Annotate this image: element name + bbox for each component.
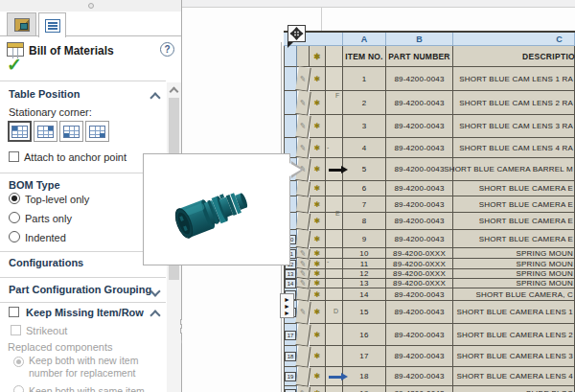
radio-top-level-only[interactable] xyxy=(9,193,20,204)
cell-description[interactable]: SHORT BLUE CAM LENS 1 RA xyxy=(453,67,575,91)
corner-button-bottom-left[interactable] xyxy=(59,121,83,142)
cell-description[interactable]: SHORT BLUE CAMERA E xyxy=(453,230,575,248)
table-row[interactable]: ✱789-4200-0043SHORT BLUE CAMERA E xyxy=(284,196,575,213)
cell-part-number[interactable]: 89-4200-0043 xyxy=(386,67,453,91)
corner-button-top-right[interactable] xyxy=(34,121,58,142)
table-row[interactable]: ✱1689-4200-0043SHORT BLUE CAMERA LENS 2 xyxy=(284,324,575,346)
cell-item-no[interactable]: 5 xyxy=(343,158,386,181)
attach-anchor-checkbox[interactable] xyxy=(9,151,19,162)
cell-part-number[interactable]: 89-4200-0043 xyxy=(386,91,453,115)
panel-collapse-dot[interactable] xyxy=(88,3,94,9)
cell-item-no[interactable]: 12 xyxy=(343,269,386,279)
column-letter-b[interactable]: B xyxy=(386,33,453,46)
table-row[interactable]: ✎✱189-4200-0043SHORT BLUE CAM LENS 1 RA xyxy=(284,67,575,91)
cell-item-no[interactable]: 3 xyxy=(343,115,386,138)
cell-part-number[interactable]: 89-4200-0043 xyxy=(386,367,453,386)
cell-description[interactable]: SHORT BLUE CAMERA, C xyxy=(453,288,575,301)
cell-part-number[interactable]: 89-4200-0XXX xyxy=(386,259,453,269)
cell-description[interactable]: SHORT BLUE CAMERA E xyxy=(453,196,575,213)
cell-item-no[interactable]: 10 xyxy=(343,248,386,259)
keep-missing-checkbox[interactable] xyxy=(9,307,19,317)
cell-item-no[interactable]: 14 xyxy=(343,288,386,301)
cell-description[interactable]: SPRING MOUN xyxy=(453,248,575,259)
cell-description[interactable]: SHORT BLUE CAMERA LENS 1 xyxy=(453,301,575,324)
bom-header-row[interactable]: ✱ITEM NO.PART NUMBERDESCRIPTION xyxy=(284,46,575,67)
cell-part-number[interactable]: 89-4200-0043 xyxy=(386,115,453,138)
cell-part-number[interactable]: 89-4200-0043 xyxy=(386,213,453,230)
header-item-no[interactable]: ITEM NO. xyxy=(343,46,386,67)
table-row[interactable]: ✱1489-4200-0043SHORT BLUE CAMERA, C xyxy=(284,288,575,301)
cell-part-number[interactable]: 89-4200-0XXX xyxy=(386,279,453,288)
cell-item-no[interactable]: 1 xyxy=(343,67,386,91)
cell-item-no[interactable]: 19 xyxy=(343,386,386,392)
cell-description[interactable]: SHORT BLUE CAMERA LENS 4 xyxy=(453,367,575,386)
cell-part-number[interactable]: 89-4200-0043 xyxy=(386,196,453,213)
table-row[interactable]: ✱689-4200-0043SHORT BLUE CAMERA E xyxy=(284,181,575,196)
corner-button-top-left[interactable] xyxy=(8,121,32,142)
table-row[interactable]: ✎✱1589-4200-0043SHORT BLUE CAMERA LENS 1 xyxy=(284,301,575,324)
corner-button-bottom-right[interactable] xyxy=(85,121,109,142)
cell-item-no[interactable]: 15 xyxy=(343,301,386,324)
table-row[interactable]: ✎✱389-4200-0043SHORT BLUE CAM LENS 3 RA xyxy=(284,115,575,138)
table-row[interactable]: ✱1789-4200-0043SHORT BLUE CAMERA LENS 3 xyxy=(284,346,575,367)
cell-description[interactable]: SHORT BLUE CAM LENS 4 RA xyxy=(453,138,575,158)
cell-part-number[interactable]: 89-4200-0XXX xyxy=(386,248,453,259)
bom-table[interactable]: ABC✱ITEM NO.PART NUMBERDESCRIPTION✎✱189-… xyxy=(284,31,575,392)
table-row[interactable]: ✱989-4200-0043SHORT BLUE CAMERA E xyxy=(284,230,575,248)
cell-description[interactable]: SHORT BLUE CAMERA E xyxy=(453,213,575,230)
collapse-chevron-keep-missing[interactable] xyxy=(151,310,159,317)
header-part-number[interactable]: PART NUMBER xyxy=(386,46,453,67)
cell-description[interactable]: SHORT BLUE CAMERA LENS 3 xyxy=(453,346,575,367)
table-row[interactable]: ✎✱589-4200-0043SHORT BLUE CAMERA BARREL … xyxy=(284,158,575,181)
cell-part-number[interactable]: 89-4200-0043 xyxy=(386,230,453,248)
table-move-handle[interactable] xyxy=(288,25,306,42)
cell-description[interactable]: SPRING MOUN xyxy=(453,259,575,269)
cell-part-number[interactable]: 89-4200-0043 xyxy=(386,301,453,324)
header-description[interactable]: DESCRIPTION xyxy=(453,46,575,67)
cell-item-no[interactable]: 7 xyxy=(343,196,386,213)
cell-item-no[interactable]: 4 xyxy=(343,138,386,158)
row-pointer-arrow[interactable] xyxy=(329,376,342,379)
cell-part-number[interactable]: 89-4200-0043 xyxy=(386,138,453,158)
cell-item-no[interactable]: 2 xyxy=(343,91,386,115)
cell-item-no[interactable]: 8 xyxy=(343,213,386,230)
cell-description[interactable]: SPRING MOUN xyxy=(453,279,575,288)
column-letters-row[interactable]: ABC xyxy=(284,33,575,46)
cell-part-number[interactable]: 89-4200-0043 xyxy=(386,288,453,301)
cell-description[interactable]: SHORT BLUE CAMERA BARREL M xyxy=(453,158,575,181)
collapse-chevron-table-position[interactable] xyxy=(151,92,159,100)
row-pointer-arrow[interactable] xyxy=(329,169,342,172)
cell-item-no[interactable]: 18 xyxy=(343,367,386,386)
cell-item-no[interactable]: 17 xyxy=(343,346,386,367)
cell-part-number[interactable]: 89-4200-0XXX xyxy=(386,269,453,279)
tab-property-manager[interactable] xyxy=(7,12,36,36)
cell-part-number[interactable]: 89-4200-0042 xyxy=(386,386,453,392)
help-icon[interactable]: ? xyxy=(160,42,174,57)
column-letter-a[interactable]: A xyxy=(343,33,386,46)
cell-description[interactable]: SLIDE BLOC xyxy=(453,386,575,392)
table-row[interactable]: ✱1889-4200-0043SHORT BLUE CAMERA LENS 4 xyxy=(284,367,575,386)
cell-item-no[interactable]: 16 xyxy=(343,324,386,346)
table-row[interactable]: ✎✱1989-4200-0042SLIDE BLOC xyxy=(284,386,575,392)
cell-item-no[interactable]: 13 xyxy=(343,279,386,288)
cell-description[interactable]: SHORT BLUE CAM LENS 3 RA xyxy=(453,115,575,138)
radio-indented[interactable] xyxy=(9,231,20,242)
cell-part-number[interactable]: 89-4200-0043 xyxy=(386,346,453,367)
table-row[interactable]: ✱889-4200-0043SHORT BLUE CAMERA E xyxy=(284,213,575,230)
cell-description[interactable]: SHORT BLUE CAM LENS 2 RA xyxy=(453,91,575,115)
cell-part-number[interactable]: 89-4200-0043 xyxy=(386,181,453,196)
cell-part-number[interactable]: 89-4200-0043 xyxy=(386,324,453,346)
table-row[interactable]: ✎✱1389-4200-0XXXSPRING MOUN xyxy=(284,279,575,288)
column-letter-c[interactable]: C xyxy=(453,33,575,46)
cell-item-no[interactable]: 6 xyxy=(343,181,386,196)
cell-item-no[interactable]: 11 xyxy=(343,259,386,269)
scrollbar-up-icon[interactable] xyxy=(170,86,177,94)
cell-description[interactable]: SHORT BLUE CAMERA E xyxy=(453,181,575,196)
cell-description[interactable]: SPRING MOUN xyxy=(453,269,575,279)
stacked-arrows-flag-icon[interactable]: ► ► ► xyxy=(280,293,294,318)
expand-chevron-part-config-grouping[interactable] xyxy=(151,288,159,295)
confirm-check-icon[interactable]: ✓ xyxy=(7,54,22,76)
table-row[interactable]: ✎✱1289-4200-0XXXSPRING MOUN xyxy=(284,269,575,279)
cell-item-no[interactable]: 9 xyxy=(343,230,386,248)
tab-bom[interactable] xyxy=(38,12,66,37)
